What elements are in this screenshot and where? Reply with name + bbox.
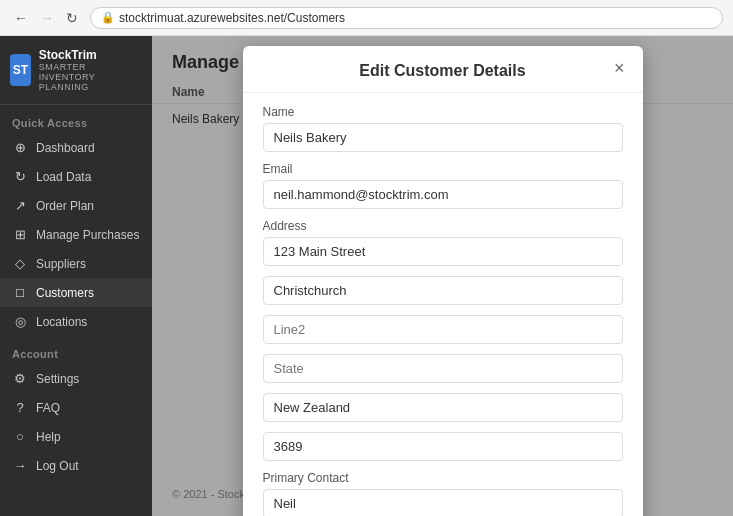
dashboard-icon: ⊕ bbox=[12, 140, 28, 155]
edit-customer-modal: Edit Customer Details × Name Email Addre… bbox=[243, 46, 643, 516]
logo-initials: ST bbox=[13, 63, 28, 77]
forward-button[interactable]: → bbox=[36, 8, 58, 28]
modal-overlay: Edit Customer Details × Name Email Addre… bbox=[152, 36, 733, 516]
sidebar-item-help-label: Help bbox=[36, 430, 61, 444]
sidebar-item-load-data[interactable]: ↻ Load Data bbox=[0, 162, 152, 191]
sidebar-item-load-data-label: Load Data bbox=[36, 170, 91, 184]
sidebar: ST StockTrim SMARTER INVENTORY PLANNING … bbox=[0, 36, 152, 516]
sidebar-item-locations-label: Locations bbox=[36, 315, 87, 329]
main-content: Manage Custo Name Neils Bakery © 2021 - … bbox=[152, 36, 733, 516]
locations-icon: ◎ bbox=[12, 314, 28, 329]
sidebar-item-logout[interactable]: → Log Out bbox=[0, 451, 152, 480]
sidebar-item-locations[interactable]: ◎ Locations bbox=[0, 307, 152, 336]
modal-header: Edit Customer Details × bbox=[243, 46, 643, 93]
order-plan-icon: ↗ bbox=[12, 198, 28, 213]
sidebar-item-suppliers-label: Suppliers bbox=[36, 257, 86, 271]
city-input[interactable] bbox=[263, 276, 623, 305]
logo-text-block: StockTrim SMARTER INVENTORY PLANNING bbox=[39, 48, 142, 92]
nav-buttons: ← → ↻ bbox=[10, 8, 82, 28]
browser-bar: ← → ↻ 🔒 stocktrimuat.azurewebsites.net/C… bbox=[0, 0, 733, 36]
name-input[interactable] bbox=[263, 123, 623, 152]
name-label: Name bbox=[263, 105, 623, 119]
logout-icon: → bbox=[12, 458, 28, 473]
back-button[interactable]: ← bbox=[10, 8, 32, 28]
email-field-group: Email bbox=[263, 162, 623, 209]
settings-icon: ⚙ bbox=[12, 371, 28, 386]
manage-purchases-icon: ⊞ bbox=[12, 227, 28, 242]
reload-button[interactable]: ↻ bbox=[62, 8, 82, 28]
sidebar-item-faq[interactable]: ? FAQ bbox=[0, 393, 152, 422]
sidebar-item-dashboard[interactable]: ⊕ Dashboard bbox=[0, 133, 152, 162]
postcode-input[interactable] bbox=[263, 432, 623, 461]
suppliers-icon: ◇ bbox=[12, 256, 28, 271]
customers-icon: □ bbox=[12, 285, 28, 300]
postcode-field-group bbox=[263, 432, 623, 461]
quick-access-label: Quick Access bbox=[0, 105, 152, 133]
name-field-group: Name bbox=[263, 105, 623, 152]
modal-body: Name Email Address bbox=[243, 93, 643, 516]
sidebar-item-help[interactable]: ○ Help bbox=[0, 422, 152, 451]
state-field-group bbox=[263, 354, 623, 383]
url-bar[interactable]: 🔒 stocktrimuat.azurewebsites.net/Custome… bbox=[90, 7, 723, 29]
primary-contact-input[interactable] bbox=[263, 489, 623, 516]
primary-contact-label: Primary Contact bbox=[263, 471, 623, 485]
sidebar-item-suppliers[interactable]: ◇ Suppliers bbox=[0, 249, 152, 278]
sidebar-item-settings[interactable]: ⚙ Settings bbox=[0, 364, 152, 393]
country-input[interactable] bbox=[263, 393, 623, 422]
logo-box: ST bbox=[10, 54, 31, 86]
sidebar-item-order-plan[interactable]: ↗ Order Plan bbox=[0, 191, 152, 220]
country-field-group bbox=[263, 393, 623, 422]
sidebar-item-order-plan-label: Order Plan bbox=[36, 199, 94, 213]
help-icon: ○ bbox=[12, 429, 28, 444]
sidebar-item-dashboard-label: Dashboard bbox=[36, 141, 95, 155]
sidebar-item-logout-label: Log Out bbox=[36, 459, 79, 473]
sidebar-item-manage-purchases-label: Manage Purchases bbox=[36, 228, 139, 242]
line2-field-group bbox=[263, 315, 623, 344]
address-label: Address bbox=[263, 219, 623, 233]
sidebar-item-faq-label: FAQ bbox=[36, 401, 60, 415]
email-label: Email bbox=[263, 162, 623, 176]
lock-icon: 🔒 bbox=[101, 11, 115, 24]
load-data-icon: ↻ bbox=[12, 169, 28, 184]
sidebar-logo: ST StockTrim SMARTER INVENTORY PLANNING bbox=[0, 36, 152, 105]
logo-subtitle: SMARTER INVENTORY PLANNING bbox=[39, 62, 142, 92]
address-line2-input[interactable] bbox=[263, 315, 623, 344]
modal-title: Edit Customer Details bbox=[263, 62, 623, 80]
url-text: stocktrimuat.azurewebsites.net/Customers bbox=[119, 11, 345, 25]
email-input[interactable] bbox=[263, 180, 623, 209]
state-input[interactable] bbox=[263, 354, 623, 383]
address-line1-input[interactable] bbox=[263, 237, 623, 266]
address-field-group: Address bbox=[263, 219, 623, 266]
sidebar-item-settings-label: Settings bbox=[36, 372, 79, 386]
faq-icon: ? bbox=[12, 400, 28, 415]
primary-contact-field-group: Primary Contact bbox=[263, 471, 623, 516]
app-layout: ST StockTrim SMARTER INVENTORY PLANNING … bbox=[0, 36, 733, 516]
logo-name: StockTrim bbox=[39, 48, 142, 62]
account-label: Account bbox=[0, 336, 152, 364]
sidebar-item-manage-purchases[interactable]: ⊞ Manage Purchases bbox=[0, 220, 152, 249]
sidebar-item-customers-label: Customers bbox=[36, 286, 94, 300]
city-field-group bbox=[263, 276, 623, 305]
sidebar-item-customers[interactable]: □ Customers bbox=[0, 278, 152, 307]
modal-close-button[interactable]: × bbox=[610, 58, 629, 79]
